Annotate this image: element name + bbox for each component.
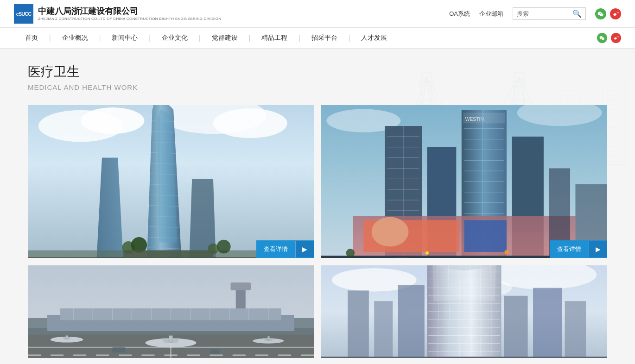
detail-btn-1-text: 查看详情 (256, 240, 295, 258)
svg-point-40 (213, 108, 287, 138)
page-title-area: 医疗卫生 MEDICAL AND HEALTH WORK (28, 63, 607, 91)
project-image-2: WESTIN (321, 105, 607, 258)
logo-icon: cSUCC (14, 4, 33, 24)
detail-btn-2[interactable]: 查看详情 ▶ (550, 240, 607, 258)
project-grid-bottom (28, 265, 607, 358)
svg-rect-166 (504, 296, 527, 358)
svg-point-102 (425, 251, 429, 255)
nav-item-talent[interactable]: 人才发展 (350, 27, 398, 49)
logo-en: ZHEJIANG CONSTRUCTION CO.LTD OF CHINA CO… (38, 17, 221, 21)
main-content: 医疗卫生 MEDICAL AND HEALTH WORK (0, 49, 635, 364)
svg-rect-2 (419, 100, 433, 105)
project-image-4 (321, 265, 607, 358)
svg-rect-116 (231, 282, 251, 290)
svg-rect-63 (123, 251, 213, 258)
social-icons (595, 8, 621, 19)
nav-item-about[interactable]: 企业概况 (51, 27, 99, 49)
project-image-1 (28, 105, 314, 258)
svg-rect-164 (374, 301, 393, 358)
svg-rect-165 (398, 285, 425, 358)
project-card-2[interactable]: WESTIN (321, 105, 607, 258)
svg-rect-147 (210, 349, 220, 354)
search-input[interactable] (517, 10, 572, 17)
page-title-en: MEDICAL AND HEALTH WORK (28, 83, 607, 91)
project-card-4[interactable] (321, 265, 607, 358)
nav-item-culture[interactable]: 企业文化 (151, 27, 199, 49)
nav-item-home[interactable]: 首页 (14, 27, 49, 49)
svg-point-38 (81, 107, 144, 134)
svg-rect-169 (321, 357, 607, 358)
svg-rect-6 (512, 100, 526, 105)
detail-btn-1[interactable]: 查看详情 ▶ (256, 240, 314, 258)
nav-weibo-icon[interactable] (611, 33, 621, 43)
svg-rect-99 (464, 220, 507, 252)
svg-rect-141 (169, 336, 173, 341)
site-header: cSUCC 中建八局浙江建设有限公司 ZHEJIANG CONSTRUCTION… (0, 0, 635, 28)
detail-btn-1-arrow: ▶ (295, 241, 314, 257)
search-box: 🔍 (513, 7, 586, 20)
svg-rect-104 (348, 257, 363, 258)
svg-rect-163 (348, 290, 369, 358)
svg-rect-167 (533, 288, 562, 358)
project-card-3[interactable] (28, 265, 314, 358)
svg-point-103 (504, 250, 508, 254)
logo-text: 中建八局浙江建设有限公司 ZHEJIANG CONSTRUCTION CO.LT… (38, 6, 221, 21)
project-grid-top: 查看详情 ▶ (28, 105, 607, 258)
header-right: OA系统 企业邮箱 🔍 (449, 7, 621, 20)
page-title-cn: 医疗卫生 (28, 63, 607, 81)
nav-item-projects[interactable]: 精品工程 (250, 27, 298, 49)
svg-rect-137 (66, 335, 68, 338)
nav-wechat-icon[interactable] (597, 33, 607, 43)
weibo-icon[interactable] (610, 8, 621, 19)
nav-social-icons (597, 33, 621, 43)
svg-text:WESTIN: WESTIN (465, 117, 484, 122)
nav-item-party[interactable]: 党群建设 (201, 27, 249, 49)
detail-btn-2-arrow: ▶ (589, 241, 607, 257)
svg-rect-146 (112, 347, 125, 352)
logo-area: cSUCC 中建八局浙江建设有限公司 ZHEJIANG CONSTRUCTION… (14, 4, 221, 24)
svg-rect-168 (565, 301, 586, 358)
project-image-3 (28, 265, 314, 358)
email-link[interactable]: 企业邮箱 (479, 10, 503, 18)
wechat-icon[interactable] (595, 8, 606, 19)
nav-item-news[interactable]: 新闻中心 (101, 27, 149, 49)
search-icon[interactable]: 🔍 (572, 9, 582, 18)
detail-btn-2-text: 查看详情 (550, 240, 589, 258)
oa-link[interactable]: OA系统 (449, 10, 470, 18)
svg-point-109 (346, 249, 355, 257)
main-nav: 首页 | 企业概况 | 新闻中心 | 企业文化 | 党群建设 | 精品工程 | … (0, 28, 635, 49)
project-card-1[interactable]: 查看详情 ▶ (28, 105, 314, 258)
svg-rect-145 (267, 336, 269, 339)
svg-point-100 (372, 217, 409, 247)
nav-item-procurement[interactable]: 招采平台 (300, 27, 349, 49)
logo-cn: 中建八局浙江建设有限公司 (38, 6, 221, 17)
svg-point-62 (217, 240, 231, 254)
